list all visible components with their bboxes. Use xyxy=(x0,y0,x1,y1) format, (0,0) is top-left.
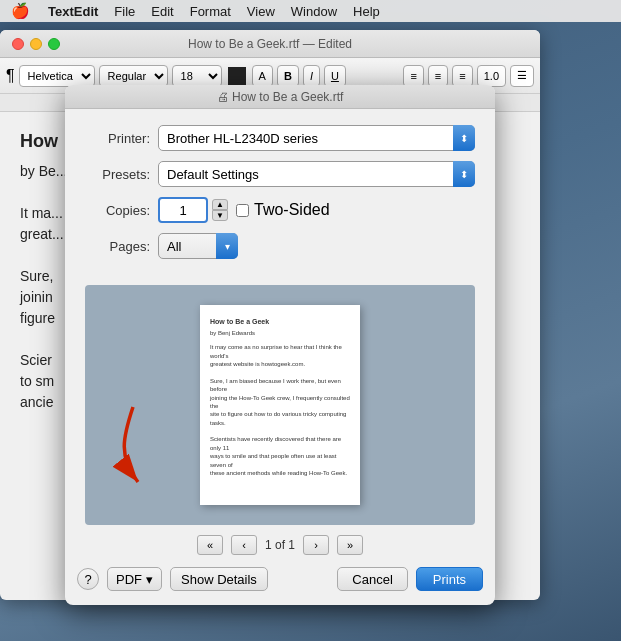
dialog-title: 🖨 How to Be a Geek.rtf xyxy=(217,90,344,104)
line-spacing-btn[interactable]: 1.0 xyxy=(477,65,506,87)
menubar-app[interactable]: TextEdit xyxy=(40,4,106,19)
copies-increment-btn[interactable]: ▲ xyxy=(212,199,228,210)
underline-btn[interactable]: U xyxy=(324,65,346,87)
font-size-select[interactable]: 18 xyxy=(172,65,222,87)
align-left-btn[interactable]: ≡ xyxy=(403,65,423,87)
traffic-lights xyxy=(12,38,60,50)
prev-page-btn[interactable]: ‹ xyxy=(231,535,257,555)
page-counter: 1 of 1 xyxy=(265,538,295,552)
textedit-titlebar: How to Be a Geek.rtf — Edited xyxy=(0,30,540,58)
close-button[interactable] xyxy=(12,38,24,50)
apple-menu[interactable]: 🍎 xyxy=(0,2,40,20)
copies-decrement-btn[interactable]: ▼ xyxy=(212,210,228,221)
pdf-label: PDF xyxy=(116,572,142,587)
print-dialog: 🖨 How to Be a Geek.rtf Printer: Brother … xyxy=(65,85,495,605)
presets-select[interactable]: Default Settings xyxy=(158,161,475,187)
align-right-btn[interactable]: ≡ xyxy=(452,65,472,87)
menubar: 🍎 TextEdit File Edit Format View Window … xyxy=(0,0,621,22)
preview-line9: ways to smile and that people often use … xyxy=(210,452,350,469)
paragraph-style-indicator: ¶ xyxy=(6,67,15,85)
align-center-btn[interactable]: ≡ xyxy=(428,65,448,87)
font-family-select[interactable]: Helvetica xyxy=(19,65,95,87)
printer-select[interactable]: Brother HL-L2340D series xyxy=(158,125,475,151)
copies-input[interactable]: 1 xyxy=(158,197,208,223)
menubar-file[interactable]: File xyxy=(106,4,143,19)
color-swatch[interactable] xyxy=(228,67,246,85)
pages-row: Pages: All ▾ xyxy=(85,233,475,259)
menubar-window[interactable]: Window xyxy=(283,4,345,19)
red-arrow-annotation xyxy=(113,397,193,497)
pdf-button[interactable]: PDF ▾ xyxy=(107,567,162,591)
preview-line8: Scientists have recently discovered that… xyxy=(210,435,350,452)
two-sided-wrap: Two-Sided xyxy=(236,201,330,219)
pages-label: Pages: xyxy=(85,239,150,254)
preview-area: How to Be a Geek by Benj Edwards It may … xyxy=(85,285,475,525)
presets-label: Presets: xyxy=(85,167,150,182)
printer-row: Printer: Brother HL-L2340D series ⬍ xyxy=(85,125,475,151)
show-details-button[interactable]: Show Details xyxy=(170,567,268,591)
page-navigation: « ‹ 1 of 1 › » xyxy=(65,535,495,555)
pages-select[interactable]: All xyxy=(158,233,238,259)
dialog-body: Printer: Brother HL-L2340D series ⬍ Pres… xyxy=(65,109,495,285)
presets-row: Presets: Default Settings ⬍ xyxy=(85,161,475,187)
preview-line6: site to figure out how to do various tri… xyxy=(210,410,350,427)
desktop: 🍎 TextEdit File Edit Format View Window … xyxy=(0,0,621,641)
dialog-footer: ? PDF ▾ Show Details Cancel Prints xyxy=(65,567,495,605)
preview-line1: It may come as no surprise to hear that … xyxy=(210,343,350,360)
last-page-btn[interactable]: » xyxy=(337,535,363,555)
bold-btn[interactable]: B xyxy=(277,65,299,87)
next-page-btn[interactable]: › xyxy=(303,535,329,555)
printer-label: Printer: xyxy=(85,131,150,146)
copies-input-wrap: 1 ▲ ▼ Two-Sided xyxy=(158,197,330,223)
pdf-dropdown-arrow: ▾ xyxy=(146,572,153,587)
copies-stepper: ▲ ▼ xyxy=(212,199,228,221)
preview-line10: these ancient methods while reading How-… xyxy=(210,469,350,477)
printer-select-wrap: Brother HL-L2340D series ⬍ xyxy=(158,125,475,151)
menubar-help[interactable]: Help xyxy=(345,4,388,19)
two-sided-checkbox[interactable] xyxy=(236,204,249,217)
minimize-button[interactable] xyxy=(30,38,42,50)
pages-select-wrap: All ▾ xyxy=(158,233,238,259)
presets-select-wrap: Default Settings ⬍ xyxy=(158,161,475,187)
preview-title: How to Be a Geek xyxy=(210,317,350,327)
menubar-format[interactable]: Format xyxy=(182,4,239,19)
window-title: How to Be a Geek.rtf — Edited xyxy=(188,37,352,51)
menubar-view[interactable]: View xyxy=(239,4,283,19)
preview-line4: Sure, I am biased because I work there, … xyxy=(210,377,350,394)
italic-btn[interactable]: I xyxy=(303,65,320,87)
list-btn[interactable]: ☰ xyxy=(510,65,534,87)
cancel-button[interactable]: Cancel xyxy=(337,567,407,591)
preview-line5: joining the How-To Geek crew, I frequent… xyxy=(210,394,350,411)
maximize-button[interactable] xyxy=(48,38,60,50)
preview-line2: greatest website is howtogeek.com. xyxy=(210,360,350,368)
two-sided-label: Two-Sided xyxy=(254,201,330,219)
font-weight-select[interactable]: Regular xyxy=(99,65,168,87)
first-page-btn[interactable]: « xyxy=(197,535,223,555)
menubar-edit[interactable]: Edit xyxy=(143,4,181,19)
dialog-titlebar: 🖨 How to Be a Geek.rtf xyxy=(65,85,495,109)
preview-page: How to Be a Geek by Benj Edwards It may … xyxy=(200,305,360,505)
help-button[interactable]: ? xyxy=(77,568,99,590)
copies-row: Copies: 1 ▲ ▼ Two-Sided xyxy=(85,197,475,223)
highlight-btn[interactable]: A xyxy=(252,65,273,87)
preview-author: by Benj Edwards xyxy=(210,329,350,337)
copies-label: Copies: xyxy=(85,203,150,218)
print-button[interactable]: Prints xyxy=(416,567,483,591)
